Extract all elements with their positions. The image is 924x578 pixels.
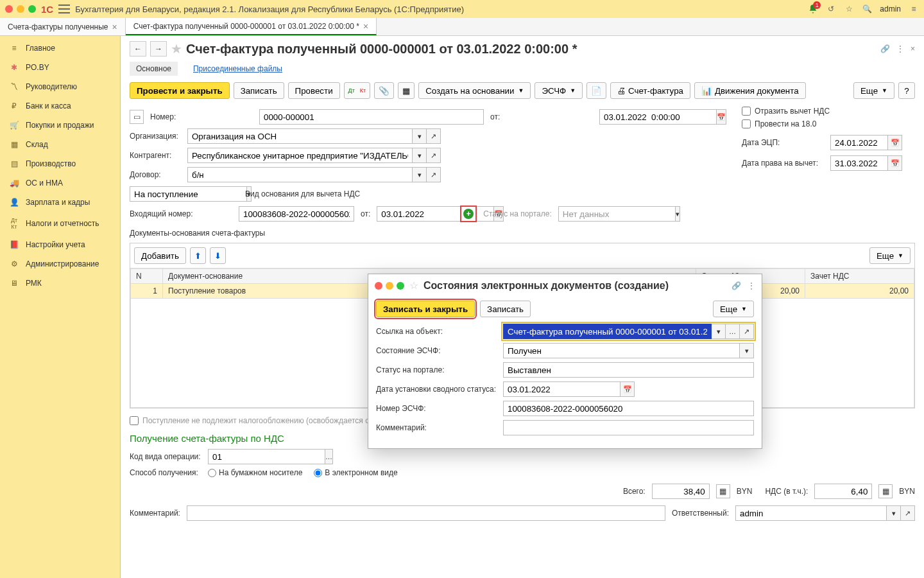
window-max[interactable] xyxy=(28,5,36,13)
dropdown-icon[interactable]: ▾ xyxy=(712,324,726,339)
post-button[interactable]: Провести xyxy=(288,82,340,99)
help-button[interactable]: ? xyxy=(898,82,915,99)
dialog-min[interactable] xyxy=(386,282,393,290)
dialog-max[interactable] xyxy=(397,282,404,290)
nav-salary[interactable]: 👤Зарплата и кадры xyxy=(0,193,120,212)
dialog-state-input[interactable] xyxy=(503,343,740,358)
calc-icon[interactable]: ▦ xyxy=(878,484,893,498)
nav-poby[interactable]: ✱PO.BY xyxy=(0,58,120,77)
print-invoice-button[interactable]: 🖨 Счет-фактура xyxy=(610,82,690,99)
esch-button[interactable]: ЭСЧФ▼ xyxy=(535,82,583,99)
form-icon[interactable]: ▭ xyxy=(130,110,144,124)
tab-invoice-doc[interactable]: Счет-фактура полученный 0000-000001 от 0… xyxy=(126,18,377,35)
dropdown-icon[interactable]: ▾ xyxy=(413,167,427,182)
ecp-date-input[interactable] xyxy=(830,135,888,150)
close-icon[interactable]: × xyxy=(363,21,368,31)
open-icon[interactable]: ↗ xyxy=(427,167,441,182)
nav-production[interactable]: ▤Производство xyxy=(0,154,120,173)
move-up-button[interactable]: ⬆ xyxy=(190,247,206,264)
dialog-comment-input[interactable] xyxy=(503,420,754,435)
table-more-button[interactable]: Еще▼ xyxy=(869,247,911,264)
open-icon[interactable]: ↗ xyxy=(901,505,915,521)
nav-assets[interactable]: 🚚ОС и НМА xyxy=(0,173,120,193)
open-icon[interactable]: ↗ xyxy=(427,128,441,144)
close-icon[interactable]: × xyxy=(112,22,117,32)
struct-button[interactable]: ▦ xyxy=(398,82,415,99)
calendar-icon[interactable]: 📅 xyxy=(888,155,902,171)
nav-taxes[interactable]: ДтКтНалоги и отчетность xyxy=(0,212,120,235)
subtab-files[interactable]: Присоединенные файлы xyxy=(187,62,289,76)
number-input[interactable] xyxy=(259,109,484,125)
favorite-star-icon[interactable]: ★ xyxy=(171,41,182,57)
radio-electronic[interactable]: В электронном виде xyxy=(314,468,397,477)
dialog-ref-input[interactable] xyxy=(503,324,712,339)
add-row-button[interactable]: Добавить xyxy=(134,247,186,264)
more-icon[interactable]: ⋮ xyxy=(896,44,904,53)
tab-invoices-list[interactable]: Счета-фактуры полученные× xyxy=(0,18,126,35)
star-icon[interactable]: ☆ xyxy=(409,279,418,292)
nav-stock[interactable]: ▦Склад xyxy=(0,135,120,154)
op-code-input[interactable] xyxy=(208,449,325,464)
more-button[interactable]: Еще▼ xyxy=(853,82,894,99)
nav-manager[interactable]: 〽Руководителю xyxy=(0,77,120,96)
nav-bank[interactable]: ₽Банк и касса xyxy=(0,96,120,116)
dialog-date-input[interactable] xyxy=(503,381,620,397)
bell-icon[interactable]: 1 xyxy=(808,4,818,14)
incoming-number-input[interactable] xyxy=(239,206,354,222)
link-icon[interactable]: 🔗 xyxy=(880,44,890,53)
calendar-icon[interactable]: 📅 xyxy=(888,135,902,150)
create-based-button[interactable]: Создать на основании▼ xyxy=(418,82,531,99)
contractor-input[interactable] xyxy=(187,148,413,163)
dialog-more-button[interactable]: Еще▼ xyxy=(713,301,754,317)
dropdown-icon[interactable]: ▾ xyxy=(413,128,427,144)
open-icon[interactable]: ↗ xyxy=(740,324,754,339)
nav-rmk[interactable]: 🖥РМК xyxy=(0,274,120,293)
nav-admin[interactable]: ⚙Администрирование xyxy=(0,254,120,274)
total-input[interactable] xyxy=(652,484,710,499)
move-down-button[interactable]: ⬇ xyxy=(210,247,226,264)
history-icon[interactable]: ↺ xyxy=(826,4,836,14)
select-icon[interactable]: … xyxy=(726,324,740,339)
nav-sales[interactable]: 🛒Покупки и продажи xyxy=(0,116,120,135)
calc-icon[interactable]: ▦ xyxy=(716,484,730,498)
dropdown-icon[interactable]: ▾ xyxy=(887,505,901,521)
select-icon[interactable]: … xyxy=(325,449,333,464)
dialog-close[interactable] xyxy=(375,282,382,290)
open-icon[interactable]: ↗ xyxy=(427,148,441,163)
window-min[interactable] xyxy=(17,5,24,13)
close-icon[interactable]: × xyxy=(911,44,915,53)
contract-input[interactable] xyxy=(187,167,413,182)
attach-button[interactable]: 📎 xyxy=(374,82,394,99)
comment-input[interactable] xyxy=(187,505,665,521)
reflect-vat-checkbox[interactable]: Отразить вычет НДС xyxy=(742,107,915,116)
subtab-main[interactable]: Основное xyxy=(130,62,178,76)
doc-icon-button[interactable]: 📄 xyxy=(586,82,606,99)
responsible-input[interactable] xyxy=(735,505,887,521)
window-close[interactable] xyxy=(5,5,13,13)
nav-forward[interactable]: → xyxy=(150,41,167,57)
dialog-status-input[interactable] xyxy=(503,362,754,378)
right-date-input[interactable] xyxy=(830,155,888,171)
add-status-button[interactable]: + xyxy=(460,206,477,222)
calendar-icon[interactable]: 📅 xyxy=(717,109,726,125)
nav-main[interactable]: ≡Главное xyxy=(0,39,120,58)
post-and-close-button[interactable]: Провести и закрыть xyxy=(130,82,230,99)
star-icon[interactable]: ☆ xyxy=(844,4,854,14)
nav-settings[interactable]: 📕Настройки учета xyxy=(0,235,120,254)
search-icon[interactable]: 🔍 xyxy=(862,4,872,14)
post18-checkbox[interactable]: Провести на 18.0 xyxy=(742,119,915,128)
dtkt-button[interactable]: ДтКт xyxy=(344,82,371,99)
basis-type-select[interactable] xyxy=(130,186,247,202)
dialog-num-input[interactable] xyxy=(503,401,754,416)
dropdown-icon[interactable]: ▾ xyxy=(413,148,427,163)
org-input[interactable] xyxy=(187,128,413,144)
dialog-save-button[interactable]: Записать xyxy=(480,301,531,317)
dialog-save-close-button[interactable]: Записать и закрыть xyxy=(376,301,475,317)
user-label[interactable]: admin xyxy=(880,4,901,13)
link-icon[interactable]: 🔗 xyxy=(732,281,741,290)
more-icon[interactable]: ⋮ xyxy=(748,281,755,290)
nav-back[interactable]: ← xyxy=(130,41,146,57)
menu-icon[interactable] xyxy=(58,4,70,13)
dropdown-icon[interactable]: ▾ xyxy=(740,343,754,358)
moves-button[interactable]: 📊 Движения документа xyxy=(694,82,806,99)
